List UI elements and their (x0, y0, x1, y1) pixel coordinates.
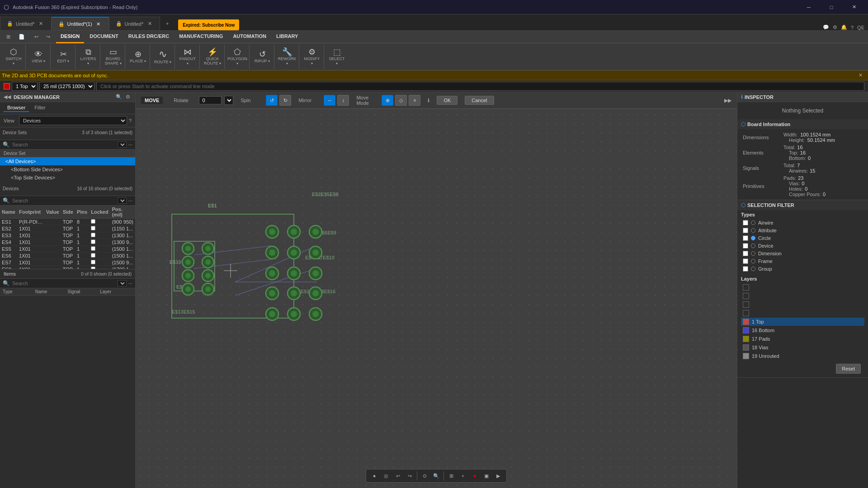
layer-item[interactable]: 19 Unrouted (741, 352, 864, 360)
move-info-icon[interactable]: ℹ (428, 98, 429, 103)
mirror-btn2[interactable]: ↕ (337, 95, 349, 106)
board-info-header[interactable]: ⬡ Board Information (737, 119, 868, 129)
sf-type-item[interactable]: Attribute (741, 227, 864, 234)
layer-item[interactable] (741, 300, 864, 309)
panel-search-icon[interactable]: 🔍 (115, 94, 123, 100)
view-select[interactable]: Devices (19, 116, 127, 125)
table-row[interactable]: ES4 1X01 TOP 1 (1300 9... (0, 239, 135, 246)
apps-icon[interactable]: ⊞ (2, 31, 14, 43)
layer-item[interactable]: 17 Pads (741, 335, 864, 343)
chat-icon[interactable]: 💬 (823, 24, 829, 30)
layer-item[interactable]: 18 Vias (741, 343, 864, 352)
maximize-button[interactable]: □ (821, 0, 842, 14)
sf-type-item[interactable]: Circle (741, 235, 864, 242)
device-set-top[interactable]: <Top Side Devices> (0, 174, 135, 182)
panel-settings-icon[interactable]: ⚙ (124, 94, 132, 100)
switch-button[interactable]: ⬡ SWITCH ▾ (4, 46, 24, 68)
quickroute-button[interactable]: ⚡ QUICK ROUTE ▾ (203, 46, 222, 68)
menu-document[interactable]: DOCUMENT (85, 31, 123, 43)
layers-button[interactable]: ⧉ LAYERS ▾ (78, 46, 98, 68)
menu-library[interactable]: LIBRARY (272, 31, 302, 43)
tab-close-button[interactable]: ✕ (38, 20, 45, 28)
minimize-button[interactable]: ─ (798, 0, 819, 14)
move-expand-icon[interactable]: ▶▶ (724, 98, 731, 103)
rotate-select[interactable]: ▾ (224, 96, 233, 105)
layer-item[interactable] (741, 283, 864, 291)
bt-stop-button[interactable]: ■ (469, 470, 480, 481)
layer-select[interactable]: 1 Top (12, 82, 38, 91)
bt-grid-button[interactable]: ⊞ (446, 470, 457, 481)
table-row[interactable]: ES7 1X01 TOP 1 (1500 9... (0, 259, 135, 266)
layer-item[interactable]: 1 Top (741, 318, 864, 326)
user-icon[interactable]: QE (857, 25, 864, 30)
bt-play-button[interactable]: ▶ (493, 470, 504, 481)
rotate-input[interactable] (199, 96, 222, 104)
bt-zoom-fit-button[interactable]: ⊙ (419, 470, 430, 481)
device-sets-search-input[interactable] (11, 141, 116, 148)
spin-btn2[interactable]: ↻ (279, 95, 291, 106)
filter-tab[interactable]: Filter (31, 104, 49, 112)
file-icon[interactable]: 📄 (15, 31, 28, 43)
rework-button[interactable]: 🔧 REWORK ▾ (277, 46, 297, 68)
table-row[interactable]: ES6 1X01 TOP 1 (1500 1... (0, 253, 135, 259)
layer-item[interactable] (741, 292, 864, 300)
movemode-btn1[interactable]: ⊕ (382, 95, 393, 106)
settings-icon[interactable]: ⚙ (833, 24, 837, 30)
tab-close-button3[interactable]: ✕ (146, 20, 153, 28)
sf-type-item[interactable]: Group (741, 265, 864, 272)
table-row[interactable]: ES3 1X01 TOP 1 (1300 1... (0, 232, 135, 239)
table-row[interactable]: ES5 1X01 TOP 1 (1500 1... (0, 246, 135, 253)
device-set-all[interactable]: <All Devices> (0, 157, 135, 165)
devices-more-icon[interactable]: ··· (128, 198, 132, 203)
device-set-bottom[interactable]: <Bottom Side Devices> (0, 165, 135, 174)
view-button[interactable]: 👁 VIEW ▾ (28, 46, 48, 68)
bt-zoom-in-button[interactable]: 🔍 (431, 470, 442, 481)
table-row[interactable]: ES2 1X01 TOP 1 (1150 1... (0, 225, 135, 232)
modify-button[interactable]: ⚙ MODIFY ▾ (302, 46, 322, 68)
bt-target-button[interactable]: ◎ (381, 470, 392, 481)
menu-manufacturing[interactable]: MANUFACTURING (175, 31, 227, 43)
undo-button[interactable]: ↩ (31, 32, 42, 42)
menu-automation[interactable]: AUTOMATION (228, 31, 271, 43)
tab-untitled1[interactable]: 🔒 Untitled* ✕ (0, 17, 52, 30)
command-input[interactable] (96, 82, 864, 91)
movemode-btn3[interactable]: × (409, 95, 420, 106)
route-button[interactable]: ∿ ROUTE ▾ (153, 46, 173, 68)
items-more-icon[interactable]: ··· (128, 281, 132, 286)
close-button[interactable]: ✕ (844, 0, 864, 14)
edit-button[interactable]: ✂ EDIT ▾ (53, 46, 73, 68)
sf-type-item[interactable]: Frame (741, 258, 864, 265)
sel-filter-header[interactable]: ⬡ SELECTION FILTER (737, 200, 868, 210)
redo-button[interactable]: ↪ (42, 32, 53, 42)
size-select[interactable]: 25 mil (1275 1000) (39, 82, 94, 91)
browser-tab[interactable]: Browser (4, 104, 29, 112)
bt-redo-button[interactable]: ↪ (404, 470, 415, 481)
boardshape-button[interactable]: ▭ BOARD SHAPE ▾ (103, 46, 123, 68)
menu-design[interactable]: DESIGN (56, 31, 84, 43)
select-button[interactable]: ⬚ SELECT ▾ (327, 46, 347, 68)
sync-warning-close[interactable]: ✕ (859, 72, 866, 78)
sf-type-item[interactable]: Device (741, 242, 864, 249)
subscribe-button[interactable]: Expired: Subscribe Now (178, 19, 239, 30)
menu-rules[interactable]: RULES DRC/ERC (124, 31, 174, 43)
bt-layers-button[interactable]: ▣ (481, 470, 492, 481)
items-search-input[interactable] (11, 280, 116, 287)
tab-untitled2[interactable]: 🔒 Untitled*(1) ✕ (52, 17, 109, 30)
tab-close-button2[interactable]: ✕ (95, 20, 102, 28)
view-help-icon[interactable]: ? (129, 118, 132, 123)
polygon-button[interactable]: ⬠ POLYGON ▾ (227, 46, 247, 68)
mirror-btn1[interactable]: ↔ (324, 95, 335, 106)
sf-type-item[interactable]: Airwire (741, 219, 864, 226)
movemode-btn2[interactable]: ◇ (395, 95, 407, 106)
device-sets-filter-select[interactable]: ▾ (118, 141, 127, 148)
device-sets-more-icon[interactable]: ··· (128, 142, 132, 147)
notification-icon[interactable]: 🔔 (841, 24, 847, 30)
layer-item[interactable] (741, 309, 864, 317)
devices-search-input[interactable] (11, 197, 116, 204)
tab-untitled3[interactable]: 🔒 Untitled* ✕ (109, 17, 160, 30)
help-icon[interactable]: ? (851, 25, 854, 30)
place-button[interactable]: ⊕ PLACE ▾ (128, 46, 148, 68)
bt-eye-button[interactable]: ● (369, 470, 380, 481)
reset-button[interactable]: Reset (836, 364, 861, 374)
ok-button[interactable]: OK (437, 96, 458, 105)
